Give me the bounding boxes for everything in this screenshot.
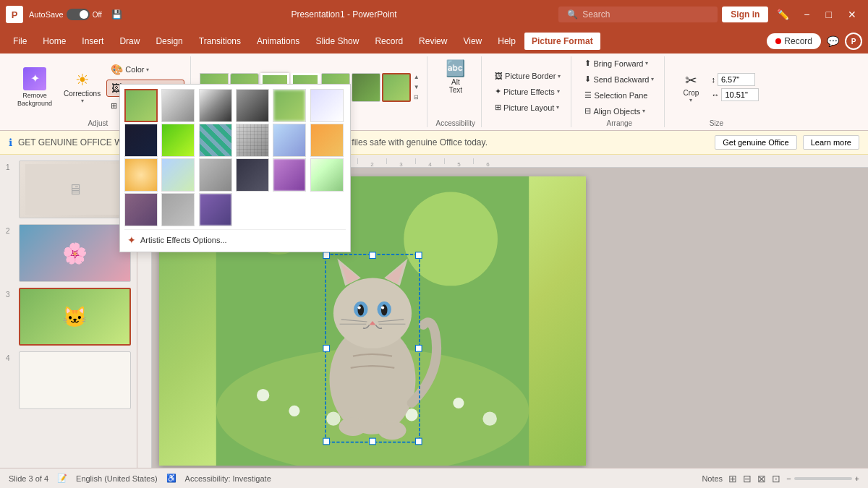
menu-design[interactable]: Design — [148, 33, 190, 50]
effect-film-grain[interactable] — [310, 158, 344, 192]
slide-image-1[interactable]: 🖥 — [19, 160, 131, 218]
effect-glass[interactable] — [273, 124, 306, 157]
normal-view-button[interactable]: ⊞ — [728, 473, 737, 484]
slide-thumb-2[interactable]: 2 🌸 — [6, 224, 131, 282]
effect-extra3[interactable] — [199, 193, 232, 226]
artistic-effects-options-button[interactable]: ✦ Artistic Effects Options... — [124, 229, 346, 247]
menu-help[interactable]: Help — [490, 33, 523, 50]
svg-rect-35 — [370, 438, 376, 445]
menu-slideshow[interactable]: Slide Show — [308, 33, 366, 50]
effect-marker[interactable] — [236, 124, 269, 157]
slide-image-3[interactable]: 🐱 — [19, 288, 131, 346]
zoom-out-icon[interactable]: − — [786, 474, 791, 483]
slide1-content: 🖥 — [25, 164, 125, 215]
slide-image-2[interactable]: 🌸 — [19, 224, 131, 282]
autosave-switch[interactable] — [67, 9, 90, 20]
menu-transitions[interactable]: Transitions — [192, 33, 248, 50]
svg-point-11 — [333, 278, 412, 348]
style-thumb-7[interactable] — [382, 73, 411, 102]
get-genuine-button[interactable]: Get genuine Office — [715, 135, 797, 150]
send-backward-button[interactable]: ⬇ Send Backward ▾ — [580, 72, 658, 86]
learn-more-button[interactable]: Learn more — [803, 135, 859, 150]
picture-layout-button[interactable]: ⊞ Picture Layout ▾ — [490, 100, 565, 114]
menu-view[interactable]: View — [456, 33, 489, 50]
align-objects-button[interactable]: ⊟ Align Objects ▾ — [580, 104, 658, 118]
slide-thumb-4[interactable]: 4 — [6, 351, 131, 409]
artistic-options-label: Artistic Effects Options... — [140, 236, 227, 244]
restore-button[interactable]: □ — [820, 7, 838, 22]
effect-blur[interactable] — [273, 89, 306, 122]
bring-forward-button[interactable]: ⬆ Bring Forward ▾ — [580, 56, 658, 70]
user-avatar[interactable]: P — [845, 33, 862, 50]
corrections-button[interactable]: ☀ Corrections ▾ — [61, 68, 103, 107]
search-input[interactable] — [582, 9, 709, 20]
alt-text-button[interactable]: 🔤 AltText — [438, 56, 473, 97]
minimize-button[interactable]: − — [798, 7, 815, 22]
gallery-down[interactable]: ▼ — [412, 82, 421, 92]
record-button[interactable]: Record — [767, 33, 821, 49]
effect-paint-strokes[interactable] — [161, 124, 195, 157]
reading-view-button[interactable]: ⊠ — [757, 473, 766, 484]
zoom-slider[interactable] — [794, 477, 852, 480]
svg-point-27 — [339, 417, 367, 436]
effect-pencil-sketch[interactable] — [161, 89, 195, 122]
style-thumb-6[interactable] — [352, 73, 380, 102]
notes-button[interactable]: Notes — [702, 474, 723, 483]
effect-chalk[interactable] — [124, 124, 158, 157]
close-button[interactable]: ✕ — [842, 7, 862, 22]
picture-effects-button[interactable]: ✦ Picture Effects ▾ — [490, 85, 565, 98]
height-input[interactable] — [718, 73, 755, 86]
effect-watercolor-sponge[interactable] — [236, 89, 269, 122]
effect-soft-edges[interactable] — [161, 158, 195, 192]
svg-point-7 — [482, 411, 496, 425]
remove-background-button[interactable]: ✦ RemoveBackground — [12, 64, 58, 111]
svg-point-4 — [326, 411, 340, 425]
slide-thumb-1[interactable]: 1 🖥 — [6, 160, 131, 218]
effect-paint-brush[interactable] — [199, 124, 232, 157]
menu-file[interactable]: File — [6, 33, 34, 50]
menu-home[interactable]: Home — [35, 33, 73, 50]
crop-button[interactable]: ✂ Crop ▾ — [673, 69, 708, 106]
effect-pencil-grayscale[interactable] — [236, 158, 269, 192]
menu-record[interactable]: Record — [367, 33, 410, 50]
zoom-in-icon[interactable]: + — [855, 474, 859, 483]
save-icon[interactable]: 💾 — [111, 8, 124, 21]
svg-point-28 — [378, 421, 407, 440]
effect-light-screen[interactable] — [310, 89, 344, 122]
menu-draw[interactable]: Draw — [112, 33, 147, 50]
height-input-row: ↕ — [711, 73, 759, 86]
menu-picture-format[interactable]: Picture Format — [524, 33, 600, 50]
gallery-up[interactable]: ▲ — [412, 72, 421, 82]
status-bar: Slide 3 of 4 📝 English (United States) ♿… — [0, 468, 868, 488]
effect-extra2[interactable] — [161, 193, 195, 226]
menu-review[interactable]: Review — [412, 33, 454, 50]
slide-num-1: 1 — [6, 163, 14, 171]
menu-animations[interactable]: Animations — [250, 33, 307, 50]
slide-image-4[interactable] — [19, 351, 131, 409]
selection-pane-button[interactable]: ☰ Selection Pane — [580, 88, 658, 102]
signin-button[interactable]: Sign in — [722, 7, 768, 22]
effect-extra1[interactable] — [124, 193, 158, 226]
slide-num-4: 4 — [6, 354, 14, 362]
svg-rect-33 — [415, 346, 422, 352]
presenter-view-button[interactable]: ⊡ — [772, 473, 780, 484]
effect-line-drawing[interactable] — [199, 89, 232, 122]
feedback-icon[interactable]: ✏️ — [773, 7, 793, 22]
effect-cutout[interactable] — [273, 158, 306, 192]
effect-photocopy[interactable] — [199, 158, 232, 192]
picture-border-icon: 🖼 — [495, 72, 503, 80]
effect-none[interactable] — [124, 89, 158, 122]
search-box[interactable]: 🔍 — [558, 7, 718, 22]
comment-icon[interactable]: 💬 — [822, 34, 843, 48]
menu-insert[interactable]: Insert — [75, 33, 111, 50]
size-items: ✂ Crop ▾ ↕ ↔ — [673, 56, 759, 118]
picture-border-button[interactable]: 🖼 Picture Border ▾ — [490, 69, 565, 82]
slide-thumb-3[interactable]: 3 🐱 — [6, 288, 131, 346]
autosave-toggle[interactable]: AutoSave Off — [29, 9, 102, 20]
slide-sorter-button[interactable]: ⊟ — [743, 473, 752, 484]
effect-glow[interactable] — [124, 158, 158, 192]
color-button[interactable]: 🎨 Color ▾ — [106, 61, 184, 77]
width-input[interactable] — [721, 88, 759, 101]
gallery-more[interactable]: ⊟ — [412, 93, 421, 102]
effect-mosaic[interactable] — [310, 124, 344, 157]
